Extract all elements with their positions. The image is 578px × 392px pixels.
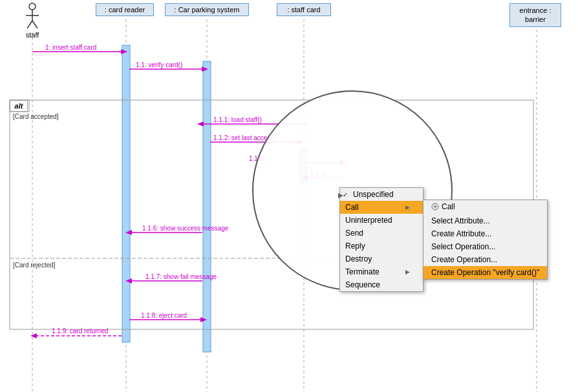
actor-staff: staff (19, 3, 45, 39)
msg-1-1-2: 1.1.2: set last access() (213, 134, 278, 141)
submenu-call: Call Select Attribute... Create Attribut… (423, 200, 548, 280)
check-icon: ✓ (343, 191, 348, 198)
svg-marker-30 (30, 333, 37, 338)
menu-item-unspecified-label: Unspecified (353, 190, 394, 199)
lifeline-car-parking: : Car parking system (165, 3, 249, 16)
menu-item-destroy[interactable]: Destroy (340, 253, 423, 265)
submenu-item-create-op-verify[interactable]: Create Operation "verify card()" (423, 266, 547, 279)
msg-1-1-3: 1.1.3: (249, 155, 265, 162)
svg-marker-22 (301, 175, 308, 180)
msg-1-1-9: 1.1.9: card returned (52, 327, 108, 335)
submenu-arrow-terminate: ▶ (405, 269, 410, 275)
menu-item-sequence[interactable]: Sequence (340, 278, 423, 291)
svg-rect-7 (300, 149, 306, 184)
svg-marker-26 (125, 278, 132, 284)
msg-1-1-8: 1.1.8: eject card (141, 312, 187, 319)
menu-item-call[interactable]: Call ▶ Call (340, 201, 423, 214)
actor-figure (26, 3, 39, 28)
menu-item-call-label: Call (345, 203, 359, 212)
submenu-item-call[interactable]: Call (423, 200, 547, 214)
call-icon (431, 203, 439, 211)
menu-item-send[interactable]: Send (340, 227, 423, 240)
menu-item-unspecified[interactable]: ✓ Unspecified (340, 188, 423, 201)
svg-point-31 (29, 3, 36, 10)
msg-1-1-6: 1.1.6: show success message (142, 225, 228, 232)
msg-1-1-4: 1.1.4: (310, 170, 326, 177)
msg-1-1: 1.1: verify card() (136, 61, 182, 68)
submenu-item-select-attr[interactable]: Select Attribute... (423, 214, 547, 227)
svg-line-34 (27, 21, 32, 28)
svg-line-35 (32, 21, 37, 28)
svg-marker-20 (340, 160, 347, 165)
menu-item-uninterpreted[interactable]: Uninterpreted (340, 214, 423, 227)
msg-1: 1: insert staff card (45, 44, 96, 51)
svg-marker-16 (197, 121, 204, 127)
svg-rect-5 (122, 45, 130, 342)
submenu-item-create-attr[interactable]: Create Attribute... (423, 227, 547, 240)
menu-item-terminate[interactable]: Terminate ▶ (340, 265, 423, 278)
guard-rejected: [Card rejected] (13, 262, 56, 269)
guard-accepted: [Card accepted] (13, 113, 59, 120)
alt-label: alt (10, 100, 28, 112)
svg-marker-28 (200, 317, 207, 322)
submenu-item-select-op[interactable]: Select Operation... (423, 240, 547, 253)
menu-item-reply[interactable]: Reply (340, 240, 423, 253)
submenu-item-create-op[interactable]: Create Operation... (423, 253, 547, 266)
lifeline-entrance-barrier: entrance :barrier (509, 3, 561, 27)
lifeline-card-reader: : card reader (96, 3, 154, 16)
svg-rect-6 (203, 61, 211, 352)
svg-marker-12 (121, 49, 127, 54)
context-menu: ✓ Unspecified Call ▶ (339, 187, 423, 292)
svg-marker-14 (202, 67, 208, 72)
diagram-area: staff : card reader : Car parking system… (0, 0, 578, 392)
lifeline-staff-card: : staff card (277, 3, 331, 16)
svg-marker-18 (297, 139, 304, 145)
submenu-arrow-call: ▶ (405, 204, 410, 211)
svg-marker-24 (125, 230, 132, 235)
context-menu-container: ✓ Unspecified Call ▶ (339, 187, 423, 292)
msg-1-1-7: 1.1.7: show fail message (145, 273, 217, 280)
msg-1-1-1: 1.1.1: load staff() (213, 116, 262, 123)
actor-label: staff (19, 31, 45, 39)
